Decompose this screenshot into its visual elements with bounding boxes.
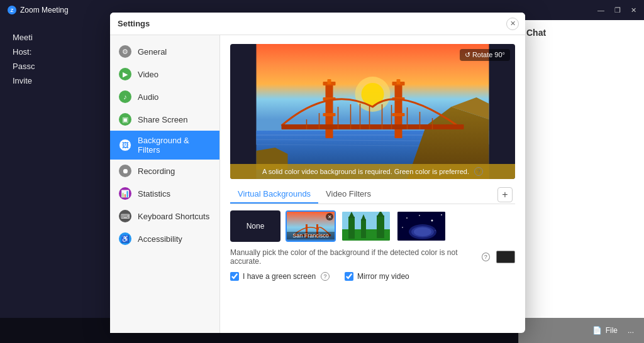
sidebar-item-background[interactable]: 🖼 Background & Filters — [110, 131, 219, 160]
sidebar-item-keyboard-shortcuts[interactable]: ⌨ Keyboard Shortcuts — [110, 205, 219, 227]
sidebar-item-accessibility[interactable]: ♿ Accessibility — [110, 227, 219, 250]
taskbar-more-item[interactable]: ... — [628, 326, 634, 335]
taskbar-file-item[interactable]: 📄 File — [592, 326, 618, 335]
close-icon[interactable]: ✕ — [631, 6, 636, 14]
sidebar-label-accessibility: Accessibility — [138, 234, 182, 244]
tabs-left: Virtual Backgrounds Video Filters — [230, 185, 379, 204]
sidebar-item-statistics[interactable]: 📊 Statistics — [110, 182, 219, 205]
sidebar-item-audio[interactable]: ♪ Audio — [110, 85, 219, 108]
svg-point-46 — [419, 215, 420, 216]
svg-rect-40 — [361, 219, 366, 238]
bg-none-label: None — [247, 222, 265, 231]
share-icon: ▣ — [119, 113, 131, 126]
main-panel: ↺ Rotate 90° A solid color video backgro… — [220, 35, 525, 333]
preview-area: ↺ Rotate 90° A solid color video backgro… — [230, 44, 515, 179]
green-screen-checkbox[interactable] — [230, 272, 239, 281]
accessibility-icon: ♿ — [119, 232, 131, 245]
green-screen-checkbox-label[interactable]: I have a green screen ? — [230, 272, 330, 281]
tab-video-filters[interactable]: Video Filters — [318, 185, 379, 204]
background-icon: 🖼 — [119, 139, 131, 151]
preview-image — [230, 44, 515, 179]
color-pick-label: Manually pick the color of the backgroun… — [230, 248, 474, 266]
svg-rect-20 — [282, 124, 464, 129]
app-logo: Z — [8, 6, 16, 14]
maximize-icon[interactable]: ❐ — [614, 6, 621, 14]
add-background-button[interactable]: + — [497, 187, 513, 202]
sf-label: San Francisco — [287, 232, 335, 239]
settings-dialog: Settings ✕ ⚙ General ▶ Video ♪ A — [110, 13, 525, 333]
backgrounds-grid: None — [230, 210, 515, 242]
activate-windows: Activate Windows Go to Settings to activ… — [535, 298, 634, 315]
app-title: Zoom Meeting — [20, 6, 69, 14]
bg-thumb-none[interactable]: None — [230, 210, 280, 242]
more-label: ... — [628, 326, 634, 335]
sidebar-item-recording[interactable]: ⏺ Recording — [110, 160, 219, 182]
tabs-row: Virtual Backgrounds Video Filters + — [230, 185, 515, 204]
rotate-button[interactable]: ↺ Rotate 90° — [460, 49, 510, 61]
tab-virtual-backgrounds[interactable]: Virtual Backgrounds — [230, 185, 318, 204]
warning-text: A solid color video background is requir… — [262, 168, 469, 175]
svg-point-48 — [441, 214, 442, 215]
green-screen-label: I have a green screen — [243, 272, 316, 281]
sidebar-label-keyboard: Keyboard Shortcuts — [138, 212, 209, 221]
sidebar-label-statistics: Statistics — [138, 189, 170, 199]
checkboxes-row: I have a green screen ? Mirror my video — [230, 272, 515, 281]
svg-point-53 — [414, 227, 431, 236]
mirror-video-checkbox-label[interactable]: Mirror my video — [345, 272, 409, 281]
forest-image — [342, 212, 390, 241]
green-screen-help-icon[interactable]: ? — [321, 272, 330, 281]
color-pick-help-icon[interactable]: ? — [482, 253, 490, 261]
green-screen-warning: A solid color video background is requir… — [230, 164, 515, 179]
bg-thumb-space[interactable] — [396, 210, 447, 242]
sidebar-label-recording: Recording — [138, 166, 175, 176]
sidebar-label-background: Background & Filters — [138, 136, 211, 155]
minimize-icon[interactable]: — — [597, 6, 604, 14]
mirror-video-label: Mirror my video — [357, 272, 409, 281]
svg-point-47 — [431, 220, 433, 222]
titlebar-controls: — ❐ ✕ — [597, 6, 636, 14]
color-swatch[interactable] — [496, 251, 515, 263]
chat-title: Chat — [526, 28, 636, 38]
recording-icon: ⏺ — [119, 165, 131, 177]
keyboard-icon: ⌨ — [119, 210, 131, 222]
svg-point-45 — [406, 217, 408, 219]
activate-line1: Activate Windows — [535, 298, 634, 307]
color-pick-row: Manually pick the color of the backgroun… — [230, 248, 515, 266]
dialog-title: Settings — [118, 19, 150, 28]
file-label: File — [606, 326, 618, 335]
settings-sidebar: ⚙ General ▶ Video ♪ Audio ▣ Share Screen — [110, 35, 220, 333]
video-icon: ▶ — [119, 68, 131, 80]
general-icon: ⚙ — [119, 45, 131, 58]
sidebar-label-video: Video — [138, 70, 158, 79]
warning-help-icon[interactable]: ? — [474, 167, 483, 176]
svg-point-49 — [402, 227, 403, 228]
bg-thumb-forest[interactable] — [341, 210, 391, 242]
svg-rect-42 — [377, 215, 384, 238]
svg-rect-14 — [328, 79, 331, 84]
svg-rect-38 — [348, 217, 355, 239]
mirror-video-checkbox[interactable] — [345, 272, 353, 281]
sidebar-label-share: Share Screen — [138, 115, 188, 124]
file-icon: 📄 — [592, 326, 602, 335]
sidebar-label-audio: Audio — [138, 92, 158, 102]
sidebar-item-general[interactable]: ⚙ General — [110, 40, 219, 63]
chat-panel: Chat — [518, 20, 644, 343]
sidebar-item-video[interactable]: ▶ Video — [110, 63, 219, 85]
sf-remove-icon[interactable]: ✕ — [326, 213, 333, 220]
sidebar-label-general: General — [138, 47, 167, 57]
activate-line2: Go to Settings to activate Windows. — [535, 307, 634, 315]
dialog-body: ⚙ General ▶ Video ♪ Audio ▣ Share Screen — [110, 35, 525, 333]
svg-rect-19 — [397, 79, 401, 84]
sidebar-item-share-screen[interactable]: ▣ Share Screen — [110, 108, 219, 131]
bg-thumb-sf[interactable]: ✕ San Francisco — [286, 210, 336, 242]
audio-icon: ♪ — [119, 90, 131, 103]
statistics-icon: 📊 — [119, 187, 131, 200]
dialog-close-button[interactable]: ✕ — [506, 18, 519, 30]
space-image — [397, 212, 445, 241]
dialog-titlebar: Settings ✕ — [110, 13, 525, 35]
